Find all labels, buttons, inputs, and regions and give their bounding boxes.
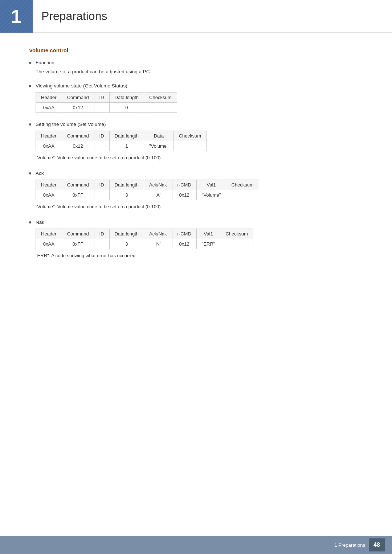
th-data-length: Data length: [109, 131, 144, 141]
bullet-dot: [29, 62, 31, 64]
bullet-dot: [29, 85, 31, 87]
cell-id: [94, 103, 109, 113]
footer: 1 Preparations 48: [0, 536, 392, 554]
th-data: Data: [144, 131, 174, 141]
bullet-content: Ack Header Command ID Data length Ack/Na…: [36, 171, 370, 214]
section-title: Volume control: [29, 47, 370, 53]
bullet-dot: [29, 172, 31, 175]
chapter-title: Preparations: [41, 9, 107, 23]
cell-id: [94, 141, 109, 151]
th-id: ID: [94, 93, 109, 103]
chapter-number-bg: 1: [0, 0, 33, 33]
footer-page: 48: [369, 538, 385, 551]
th-command: Command: [62, 131, 94, 141]
bullet-list: Function The volume of a product can be …: [29, 60, 370, 263]
cell-header: 0xAA: [36, 190, 62, 200]
th-id: ID: [94, 229, 109, 239]
cell-acknak: 'A': [144, 190, 172, 200]
th-val1: Val1: [196, 180, 226, 190]
bullet-dot: [29, 221, 31, 223]
th-checksum: Checksum: [144, 93, 177, 103]
function-subtext: The volume of a product can be adjusted …: [36, 69, 370, 74]
table-row: 0xAA 0xFF 3 'A' 0x12 "Volume": [36, 190, 259, 200]
bullet-content: Function The volume of a product can be …: [36, 60, 370, 78]
th-data-length: Data length: [109, 229, 144, 239]
nak-table: Header Command ID Data length Ack/Nak r-…: [36, 229, 253, 249]
cell-id: [94, 239, 109, 249]
cell-data-length: 3: [109, 190, 144, 200]
cell-val1: "Volume": [196, 190, 226, 200]
cell-data-length: 0: [109, 103, 144, 113]
list-item: Nak Header Command ID Data length Ack/Na…: [29, 219, 370, 263]
function-label: Function: [36, 60, 370, 65]
ack-table: Header Command ID Data length Ack/Nak r-…: [36, 180, 259, 200]
th-header: Header: [36, 180, 62, 190]
setting-note: "Volume": Volume value code to be set on…: [36, 155, 370, 160]
nak-label: Nak: [36, 219, 370, 225]
cell-data-length: 1: [109, 141, 144, 151]
cell-checksum: [173, 141, 206, 151]
th-id: ID: [94, 131, 109, 141]
cell-data: "Volume": [144, 141, 174, 151]
th-checksum: Checksum: [220, 229, 253, 239]
footer-text: 1 Preparations: [334, 542, 365, 548]
th-rcmd: r-CMD: [172, 229, 196, 239]
cell-val1: "ERR": [196, 239, 220, 249]
th-acknak: Ack/Nak: [144, 180, 172, 190]
cell-checksum: [144, 103, 177, 113]
ack-note: "Volume": Volume value code to be set on…: [36, 204, 370, 209]
viewing-table: Header Command ID Data length Checksum 0…: [36, 92, 177, 113]
th-checksum: Checksum: [226, 180, 259, 190]
cell-checksum: [220, 239, 253, 249]
th-acknak: Ack/Nak: [144, 229, 172, 239]
cell-header: 0xAA: [36, 239, 62, 249]
bullet-dot: [29, 123, 31, 126]
th-header: Header: [36, 131, 62, 141]
list-item: Function The volume of a product can be …: [29, 60, 370, 78]
cell-command: 0xFF: [62, 190, 94, 200]
table-row: 0xAA 0x12 1 "Volume": [36, 141, 207, 151]
viewing-label: Viewing volume state (Get Volume Status): [36, 83, 370, 89]
th-header: Header: [36, 93, 62, 103]
bullet-content: Viewing volume state (Get Volume Status)…: [36, 83, 370, 116]
cell-checksum: [226, 190, 259, 200]
th-header: Header: [36, 229, 62, 239]
chapter-number: 1: [11, 5, 22, 27]
cell-command: 0x12: [62, 103, 94, 113]
table-row: 0xAA 0xFF 3 'N' 0x12 "ERR": [36, 239, 253, 249]
th-val1: Val1: [196, 229, 220, 239]
th-data-length: Data length: [109, 93, 144, 103]
ack-label: Ack: [36, 171, 370, 176]
cell-rcmd: 0x12: [172, 190, 196, 200]
header: 1 Preparations: [0, 0, 392, 33]
setting-table: Header Command ID Data length Data Check…: [36, 131, 207, 151]
th-id: ID: [94, 180, 109, 190]
cell-data-length: 3: [109, 239, 144, 249]
th-rcmd: r-CMD: [172, 180, 196, 190]
main-content: Volume control Function The volume of a …: [0, 33, 392, 297]
cell-rcmd: 0x12: [172, 239, 196, 249]
list-item: Ack Header Command ID Data length Ack/Na…: [29, 171, 370, 214]
th-command: Command: [62, 180, 94, 190]
th-data-length: Data length: [109, 180, 144, 190]
cell-command: 0xFF: [62, 239, 94, 249]
cell-command: 0x12: [62, 141, 94, 151]
cell-header: 0xAA: [36, 141, 62, 151]
th-checksum: Checksum: [173, 131, 206, 141]
list-item: Viewing volume state (Get Volume Status)…: [29, 83, 370, 116]
th-command: Command: [62, 93, 94, 103]
bullet-content: Nak Header Command ID Data length Ack/Na…: [36, 219, 370, 263]
table-row: 0xAA 0x12 0: [36, 103, 177, 113]
chapter-block: 1 Preparations: [0, 0, 107, 33]
cell-header: 0xAA: [36, 103, 62, 113]
cell-acknak: 'N': [144, 239, 172, 249]
bullet-content: Setting the volume (Set Volume) Header C…: [36, 122, 370, 165]
list-item: Setting the volume (Set Volume) Header C…: [29, 122, 370, 165]
nak-note: "ERR": A code showing what error has occ…: [36, 253, 370, 258]
cell-id: [94, 190, 109, 200]
th-command: Command: [62, 229, 94, 239]
setting-label: Setting the volume (Set Volume): [36, 122, 370, 127]
